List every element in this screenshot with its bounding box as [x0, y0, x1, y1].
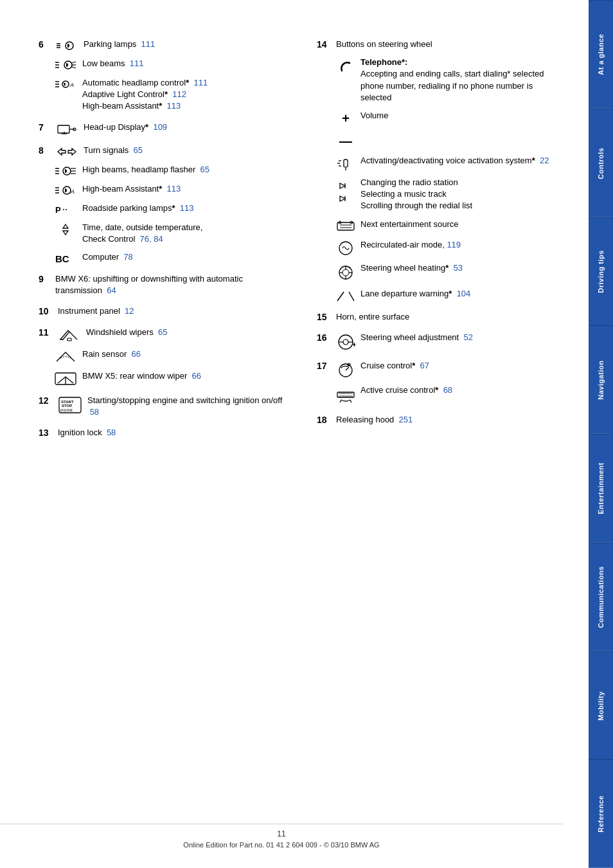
rain-sensor-icon: [54, 348, 77, 364]
item-9-ref[interactable]: 64: [107, 285, 116, 295]
item-6-parking-text: Parking lamps 111: [84, 39, 285, 50]
item-16-section: 16 Steering whe: [317, 332, 563, 351]
start-stop-icon: START STOP ENGINE: [58, 395, 82, 414]
roadside-parking-icon: P: [54, 203, 77, 215]
hud-icon: [55, 122, 78, 136]
svg-line-68: [337, 292, 344, 301]
item-6-adaptive-ref[interactable]: 112: [172, 89, 186, 99]
svg-line-10: [72, 67, 76, 68]
item-13-ref[interactable]: 58: [107, 428, 116, 437]
item-10-ref[interactable]: 12: [125, 306, 134, 316]
windshield-wipers-icon: [58, 327, 81, 342]
steering-heating-icon: *: [336, 262, 355, 282]
item-number-8: 8: [39, 145, 50, 156]
item-7-hud-text: Head-up Display* 109: [84, 122, 285, 133]
item-18-section: 18 Releasing hood 251: [317, 414, 563, 426]
high-beams-icon: [54, 164, 77, 177]
entertainment-source-icon: [336, 219, 355, 233]
svg-text:A: A: [69, 82, 74, 88]
cruise-control-icon: [336, 360, 355, 378]
item-11-rearwiper-text: BMW X5: rear window wiper 66: [82, 370, 285, 382]
item-14-telephone-text: Telephone*: Accepting and ending calls, …: [360, 57, 563, 104]
item-16-text: Steering wheel adjustment 52: [360, 332, 563, 343]
svg-line-82: [340, 400, 341, 402]
sidebar-tab-at-a-glance[interactable]: At a glance: [589, 0, 613, 109]
item-11-wipers-ref[interactable]: 65: [158, 327, 167, 337]
svg-line-78: [346, 367, 349, 370]
sidebar-tab-entertainment[interactable]: Entertainment: [589, 434, 613, 543]
item-6-highbeam-ref[interactable]: 113: [167, 101, 181, 111]
item-8-computer-ref[interactable]: 78: [123, 252, 132, 262]
svg-marker-22: [68, 149, 76, 155]
item-14-voice-ref[interactable]: 22: [540, 156, 549, 165]
item-12-ref[interactable]: 58: [90, 407, 99, 417]
high-beam-assistant-icon: A: [54, 183, 77, 196]
sidebar-tab-driving-tips[interactable]: Driving tips: [589, 217, 613, 326]
item-14-recirc-ref[interactable]: 119: [447, 240, 461, 249]
svg-text:A: A: [70, 188, 75, 195]
svg-point-62: [342, 269, 349, 276]
item-8-turn-ref[interactable]: 65: [134, 145, 143, 155]
svg-rect-16: [58, 125, 69, 133]
item-number-12: 12: [39, 395, 53, 406]
item-14-volume-text: Volume: [360, 110, 563, 122]
item-11-rain-ref[interactable]: 66: [132, 349, 141, 359]
item-8-timedate-text: Time, date, outside temperature, Check C…: [82, 222, 285, 245]
item-8-computer-text: Computer 78: [82, 251, 285, 263]
svg-marker-38: [63, 231, 68, 235]
item-17-active-cruise-text: Active cruise control* 68: [360, 384, 563, 396]
item-number-16: 16: [317, 332, 331, 343]
turn-signals-icon: [55, 145, 78, 158]
auto-headlamp-icon: A: [54, 77, 77, 90]
item-6-auto-ref[interactable]: 111: [193, 78, 208, 87]
left-column: 6 Parking lamps 111: [39, 39, 291, 448]
right-column: 14 Buttons on steering wheel: [317, 39, 569, 448]
item-number-10: 10: [39, 305, 53, 316]
sidebar-tab-reference[interactable]: Reference: [589, 759, 613, 868]
item-number-7: 7: [39, 122, 50, 132]
item-16-ref[interactable]: 52: [463, 332, 472, 342]
rear-wiper-icon: [54, 370, 77, 386]
svg-text:STOP: STOP: [62, 404, 72, 408]
svg-marker-51: [340, 183, 345, 188]
item-13-text: Ignition lock 58: [58, 427, 285, 439]
parking-lamps-icon: [55, 39, 78, 51]
item-14-voice-text: Activating/deactivating voice activation…: [360, 155, 563, 167]
sidebar-tab-communications[interactable]: Communications: [589, 543, 613, 651]
item-11-rearwiper-ref[interactable]: 66: [192, 371, 201, 381]
item-6-lowbeams-text: Low beams 111: [82, 58, 285, 69]
item-7-hud-ref[interactable]: 109: [153, 122, 167, 132]
footer-copyright: Online Edition for Part no. 01 41 2 604 …: [0, 841, 563, 849]
item-8-roadside-ref[interactable]: 113: [180, 203, 194, 213]
item-6-lowbeams-ref[interactable]: 111: [130, 59, 144, 68]
item-17-active-cruise-ref[interactable]: 68: [443, 385, 452, 395]
active-cruise-icon: [336, 384, 355, 405]
svg-rect-40: [67, 338, 71, 341]
sidebar-tab-navigation[interactable]: Navigation: [589, 325, 613, 434]
item-number-18: 18: [317, 414, 331, 425]
right-sidebar: At a glance Controls Driving tips Naviga…: [589, 0, 613, 868]
item-15-text: Horn, entire surface: [336, 311, 563, 323]
item-14-recirc-text: Recirculated-air mode, 119: [360, 239, 563, 251]
item-12-text: Starting/stopping engine and switching i…: [87, 395, 285, 418]
item-number-11: 11: [39, 327, 53, 338]
telephone-icon: [336, 57, 355, 76]
svg-marker-75: [354, 343, 355, 347]
item-6-parking-ref[interactable]: 111: [141, 39, 155, 49]
item-14-steering-heating-ref[interactable]: 53: [454, 263, 463, 273]
item-8-timedate-ref[interactable]: 76, 84: [140, 234, 163, 244]
item-9-text: BMW X6: upshifting or downshifting with …: [55, 273, 285, 296]
item-18-ref[interactable]: 251: [399, 415, 413, 424]
computer-icon: BC: [54, 251, 77, 264]
item-8-highbeams-ref[interactable]: 65: [200, 165, 209, 174]
sidebar-tab-mobility[interactable]: Mobility: [589, 651, 613, 760]
radio-music-icon: [336, 177, 355, 204]
item-8-assistant-ref[interactable]: 113: [167, 184, 181, 194]
item-17-cruise-ref[interactable]: 67: [420, 361, 429, 370]
svg-text:P: P: [55, 205, 61, 215]
sidebar-tab-controls[interactable]: Controls: [589, 109, 613, 217]
item-8-roadside-text: Roadside parking lamps* 113: [82, 203, 285, 214]
svg-line-83: [350, 400, 351, 402]
item-14-lane-ref[interactable]: 104: [457, 289, 471, 298]
lane-departure-icon: [336, 288, 355, 302]
